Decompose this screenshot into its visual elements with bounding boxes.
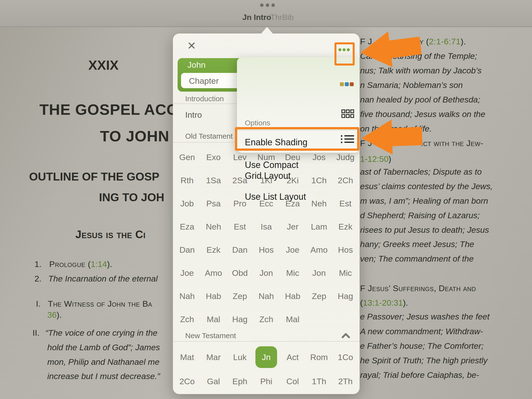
- book-mal[interactable]: Mal: [280, 314, 306, 324]
- doc-right-line: five thousand; Jesus walks on the: [360, 109, 485, 119]
- window-handle-dots-icon[interactable]: [260, 3, 275, 7]
- book-1co[interactable]: 1Co: [332, 346, 359, 368]
- top-bar: Jn Intro ThrBib: [0, 0, 532, 27]
- book-2th[interactable]: 2Th: [332, 370, 359, 392]
- heading-fragment: (: [360, 298, 363, 307]
- book-gal[interactable]: Gal: [200, 370, 227, 392]
- book-phi[interactable]: Phi: [253, 370, 279, 392]
- book-nah[interactable]: Nah: [253, 291, 279, 301]
- popover-caret: [261, 27, 273, 34]
- book-nah[interactable]: Nah: [174, 291, 200, 301]
- scripture-ref: 2:1-6:71: [429, 37, 461, 46]
- book-mar[interactable]: Mar: [200, 346, 227, 368]
- page-number: XXIX: [79, 60, 128, 70]
- highlight-box-more-options: [334, 42, 355, 66]
- book-mal[interactable]: Mal: [200, 314, 227, 324]
- book-zep[interactable]: Zep: [227, 291, 253, 301]
- book-obd[interactable]: Obd: [227, 268, 253, 278]
- doc-right-line: hany; Greeks meet Jesus; The: [360, 239, 474, 249]
- book-hab[interactable]: Hab: [280, 291, 306, 301]
- book-rth[interactable]: Rth: [174, 175, 200, 185]
- book-dan[interactable]: Dan: [174, 245, 200, 255]
- outline-item: 1. Prologue (1:14).: [34, 259, 112, 269]
- book-amo[interactable]: Amo: [200, 268, 227, 278]
- book-eph[interactable]: Eph: [227, 370, 253, 392]
- outline-item: II. “The voice of one crying in the: [33, 328, 157, 338]
- doc-right-line: rayal; Trial before Caiaphas, be-: [360, 370, 479, 380]
- book-hos[interactable]: Hos: [332, 245, 359, 255]
- intro-item[interactable]: Intro: [185, 110, 202, 120]
- book-mic[interactable]: Mic: [332, 268, 359, 278]
- close-icon[interactable]: ✕: [185, 39, 198, 52]
- book-1th[interactable]: 1Th: [306, 370, 332, 392]
- item-text: Prologue (: [49, 259, 91, 269]
- book-zch[interactable]: Zch: [253, 314, 279, 324]
- book-jn[interactable]: Jn: [255, 346, 277, 368]
- book-amo[interactable]: Amo: [306, 245, 332, 255]
- book-zch[interactable]: Zch: [174, 314, 200, 324]
- item-text: The Incarnation of the eternal: [48, 274, 158, 283]
- outline-item: 36).: [47, 310, 62, 320]
- book-est[interactable]: Est: [227, 222, 253, 232]
- book-hag[interactable]: Hag: [227, 314, 253, 324]
- scripture-ref: 36: [47, 310, 57, 319]
- heading-fragment: ).: [403, 298, 408, 307]
- doc-right-line: esus’ claims contested by the Jews,: [360, 181, 493, 191]
- book-exo[interactable]: Exo: [200, 152, 227, 162]
- book-joe[interactable]: Joe: [174, 268, 200, 278]
- book-ezk[interactable]: Ezk: [332, 222, 359, 232]
- introduction-section-header: Introduction: [185, 95, 224, 103]
- doc-right-line: m was, I am”; Healing of man born: [360, 196, 488, 206]
- heading-fragment: ict with the Jew-: [421, 138, 483, 148]
- book-jon[interactable]: Jon: [253, 268, 279, 278]
- book-dan[interactable]: Dan: [227, 245, 253, 255]
- book-joe[interactable]: Joe: [280, 245, 306, 255]
- doc-right-line: n Samaria; Nobleman’s son: [360, 80, 463, 90]
- book-hos[interactable]: Hos: [253, 245, 279, 255]
- book-rom[interactable]: Rom: [306, 346, 332, 368]
- item-text: ).: [57, 310, 62, 319]
- tab-jn-intro[interactable]: Jn Intro: [242, 13, 271, 22]
- book-lam[interactable]: Lam: [306, 222, 332, 232]
- item-text: The Witness of John the Ba: [48, 299, 152, 308]
- old-testament-header: Old Testament: [185, 132, 233, 140]
- doc-right-line: ast of Tabernacles; Dispute as to: [360, 167, 482, 177]
- doc-heading: Jesus is the Ci: [75, 230, 146, 239]
- book-zep[interactable]: Zep: [306, 291, 332, 301]
- book-2co[interactable]: 2Co: [174, 370, 200, 392]
- book-neh[interactable]: Neh: [200, 222, 227, 232]
- compact-grid-icon: [341, 109, 354, 119]
- book-gen[interactable]: Gen: [174, 152, 200, 162]
- book-jer[interactable]: Jer: [280, 222, 306, 232]
- book-jon[interactable]: Jon: [306, 268, 332, 278]
- book-isa[interactable]: Isa: [253, 222, 279, 232]
- outline-item: I. The Witness of John the Ba: [36, 299, 152, 309]
- book-hab[interactable]: Hab: [200, 291, 227, 301]
- doc-title-line2: TO JOHN: [100, 131, 169, 141]
- doc-title-line1: THE GOSPEL ACC: [39, 105, 178, 115]
- book-mat[interactable]: Mat: [174, 346, 200, 368]
- tab-thrbib[interactable]: ThrBib: [270, 13, 294, 22]
- new-testament-header: New Testament: [185, 332, 236, 340]
- doc-right-line: risees to put Jesus to death; Jesus: [360, 225, 489, 235]
- book-eza[interactable]: Eza: [174, 222, 200, 232]
- book-1sa[interactable]: 1Sa: [200, 175, 227, 185]
- current-book-label: John: [187, 60, 206, 70]
- book-mic[interactable]: Mic: [280, 268, 306, 278]
- book-luk[interactable]: Luk: [227, 346, 253, 368]
- doc-subtitle-line1: OUTLINE OF THE GOSP: [29, 172, 159, 182]
- book-col[interactable]: Col: [280, 370, 306, 392]
- book-psa[interactable]: Psa: [200, 199, 227, 208]
- book-est[interactable]: Est: [332, 199, 359, 208]
- book-job[interactable]: Job: [174, 199, 200, 208]
- menu-item-compact-grid[interactable]: Use Compact Grid Layout: [245, 160, 316, 181]
- menu-item-list-layout[interactable]: Use List Layout: [245, 192, 306, 202]
- book-neh[interactable]: Neh: [306, 199, 332, 208]
- book-2ch[interactable]: 2Ch: [332, 175, 359, 185]
- book-ezk[interactable]: Ezk: [200, 245, 227, 255]
- outline-item: mon, Philip and Nathanael me: [47, 357, 160, 367]
- book-act[interactable]: Act: [280, 346, 306, 368]
- book-hag[interactable]: Hag: [332, 291, 359, 301]
- doc-right-line: e Father’s house; The Comforter;: [360, 341, 483, 351]
- chevron-up-icon[interactable]: [342, 332, 349, 339]
